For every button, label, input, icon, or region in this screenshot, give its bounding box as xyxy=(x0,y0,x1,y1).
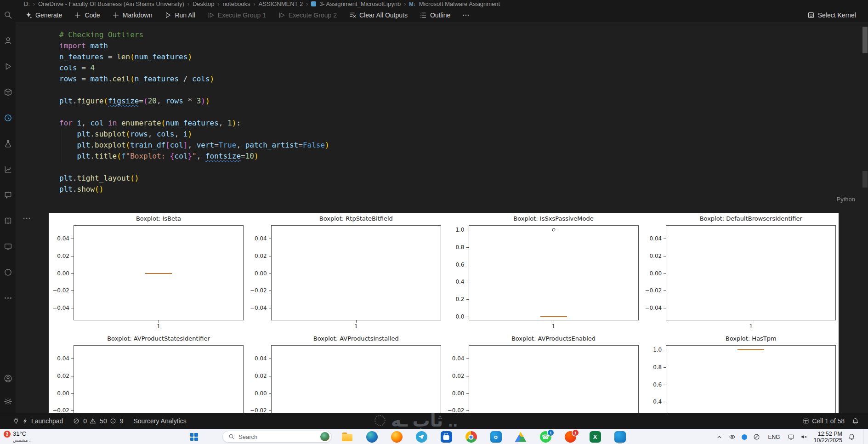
search-highlight-icon[interactable] xyxy=(320,432,329,441)
execute-group-2-label: Execute Group 2 xyxy=(289,11,337,19)
display-icon[interactable] xyxy=(788,433,794,440)
y-tick-mark xyxy=(71,239,74,239)
breadcrumb-segment[interactable]: OneDrive - Faculty Of Business (Ain Sham… xyxy=(38,0,184,7)
package-icon[interactable] xyxy=(0,79,16,105)
plus-icon xyxy=(74,11,81,19)
brave-taskbar-button[interactable]: 1 xyxy=(558,429,583,444)
whatsapp-taskbar-button[interactable]: ☎1 xyxy=(533,429,558,444)
run-all-button[interactable]: Run All xyxy=(159,9,199,21)
circle-icon[interactable] xyxy=(0,259,16,285)
person-icon[interactable] xyxy=(0,28,16,53)
breadcrumb-segment[interactable]: Desktop xyxy=(193,0,215,7)
weather-widget[interactable]: 3 31°C مشمس ، xyxy=(4,430,31,443)
mic-muted-icon[interactable] xyxy=(753,433,760,440)
taskbar-bell-icon[interactable] xyxy=(848,433,855,440)
outline-button[interactable]: Outline xyxy=(415,9,455,21)
breadcrumb-heading[interactable]: Microsoft Malware Assignment xyxy=(419,0,500,7)
breadcrumb-segment[interactable]: ASSIGNMENT 2 xyxy=(259,0,303,7)
y-tick-mark xyxy=(71,359,74,359)
chrome-taskbar-button[interactable] xyxy=(459,429,483,444)
y-tick-mark xyxy=(466,317,469,317)
editor-scrollbar[interactable] xyxy=(862,23,868,413)
y-tick-label: −0.02 xyxy=(641,287,662,294)
code-line[interactable]: plt.tight_layout() xyxy=(59,173,329,184)
blue-status-icon[interactable] xyxy=(742,434,747,440)
code-line[interactable]: plt.show() xyxy=(59,184,329,195)
firefox-taskbar-button[interactable] xyxy=(384,429,409,444)
flask-icon[interactable] xyxy=(0,131,16,156)
code-line[interactable]: rows = math.ceil(n_features / cols) xyxy=(59,74,329,85)
more-actions-button[interactable] xyxy=(458,9,474,21)
store-taskbar-button[interactable] xyxy=(434,429,459,444)
y-tick-mark xyxy=(664,367,666,368)
status-bar: Launchpad 0 50 9 Sourcery Analytics Cell… xyxy=(0,413,868,429)
vscode-icon xyxy=(614,431,626,443)
book-icon[interactable] xyxy=(0,208,16,233)
clear-all-outputs-button[interactable]: Clear All Outputs xyxy=(344,9,412,21)
ellipsis-icon[interactable] xyxy=(0,285,16,311)
add-markdown-button[interactable]: Markdown xyxy=(108,9,157,21)
clock[interactable]: 12:52 PM 10/22/2025 xyxy=(813,431,842,444)
volume-muted-icon[interactable] xyxy=(800,433,807,440)
code-line[interactable] xyxy=(59,162,329,173)
code-line[interactable]: plt.boxplot(train_df[col], vert=True, pa… xyxy=(59,140,329,151)
telegram-taskbar-button[interactable] xyxy=(409,429,434,444)
search-icon[interactable] xyxy=(0,2,16,28)
show-desktop-button[interactable] xyxy=(863,429,865,444)
launchpad-status[interactable]: Launchpad xyxy=(13,417,63,425)
breadcrumb-file[interactable]: 3- Assignment_Microsoft.ipynb xyxy=(319,0,401,7)
code-line[interactable]: # Checking Outliers xyxy=(59,29,329,40)
code-line[interactable]: plt.figure(figsize=(20, rows * 3)) xyxy=(59,96,329,107)
graph-icon[interactable] xyxy=(0,156,16,182)
drive-taskbar-button[interactable] xyxy=(508,429,533,444)
code-line[interactable]: plt.title(f"Boxplot: {col}", fontsize=10… xyxy=(59,151,329,162)
code-line[interactable]: import math xyxy=(59,40,329,51)
y-tick-mark xyxy=(269,273,272,274)
breadcrumb-segment[interactable]: notebooks xyxy=(223,0,250,7)
add-code-button[interactable]: Code xyxy=(69,9,104,21)
x-tick-mark xyxy=(159,320,159,323)
ellipsis-icon xyxy=(462,11,470,19)
language-indicator[interactable]: ENG xyxy=(768,434,780,440)
code-cell[interactable]: # Checking Outliersimport mathn_features… xyxy=(59,29,329,195)
select-kernel-button[interactable]: Select Kernel xyxy=(803,9,861,21)
y-tick-label: 0.02 xyxy=(246,252,267,260)
notifications-bell-icon[interactable] xyxy=(852,418,859,425)
excel-taskbar-button[interactable]: X xyxy=(583,429,607,444)
y-tick-mark xyxy=(466,247,469,248)
clock-icon[interactable] xyxy=(0,105,16,131)
code-line[interactable] xyxy=(59,107,329,118)
hidden-icons-chevron[interactable] xyxy=(716,433,723,440)
breadcrumb-segment[interactable]: D: xyxy=(24,0,30,7)
gear-icon[interactable] xyxy=(0,390,16,413)
vscode-taskbar-button[interactable] xyxy=(607,429,632,444)
problems-status[interactable]: 0 50 9 xyxy=(73,417,123,425)
sourcery-status[interactable]: Sourcery Analytics xyxy=(133,417,186,425)
temperature-label: 31°C xyxy=(13,430,31,437)
cell-more-actions[interactable]: ··· xyxy=(23,214,31,222)
code-line[interactable]: cols = 4 xyxy=(59,63,329,74)
code-line[interactable]: n_features = len(num_features) xyxy=(59,51,329,63)
chat-icon[interactable] xyxy=(0,182,16,208)
account-icon[interactable] xyxy=(0,367,16,390)
outlook-taskbar-button[interactable]: o xyxy=(483,429,508,444)
cell-indicator[interactable]: Cell 1 of 58 xyxy=(803,417,845,425)
eye-icon[interactable] xyxy=(729,433,736,440)
code-line[interactable]: plt.subplot(rows, cols, i) xyxy=(59,129,329,140)
generate-button[interactable]: Generate xyxy=(20,9,67,21)
x-tick-mark xyxy=(751,320,751,323)
scrollbar-thumb[interactable] xyxy=(862,27,868,53)
cell-language-label[interactable]: Python xyxy=(837,196,855,203)
monitor-icon[interactable] xyxy=(0,233,16,259)
code-line[interactable]: for i, col in enumerate(num_features, 1)… xyxy=(59,118,329,129)
subplot-title: Boxplot: HasTpm xyxy=(666,335,836,342)
taskbar-search[interactable]: Search xyxy=(222,431,332,443)
code-line[interactable] xyxy=(59,85,329,96)
y-tick-mark xyxy=(269,376,272,376)
subplot: Boxplot: RtpStateBitfield0.040.020.00−0.… xyxy=(246,213,444,333)
file-explorer-taskbar-button[interactable] xyxy=(335,429,359,444)
play-icon[interactable] xyxy=(0,53,16,79)
edge-taskbar-button[interactable] xyxy=(359,429,384,444)
activity-bar-bottom xyxy=(0,365,16,413)
start-button[interactable] xyxy=(186,429,202,444)
